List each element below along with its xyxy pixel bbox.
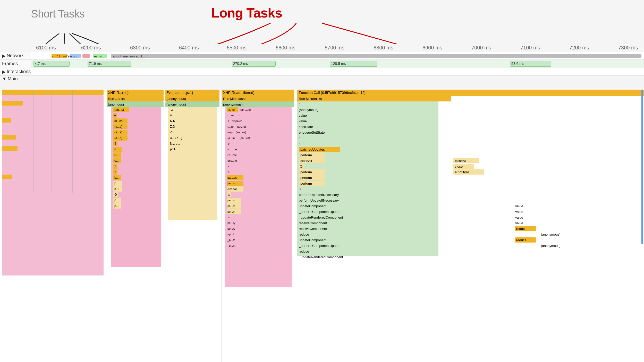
frame-2-label: 71.9 ms: [88, 61, 103, 66]
run-tasks-block[interactable]: Run ...asks: [107, 96, 164, 101]
block-top-left[interactable]: [2, 90, 104, 95]
timeline-container: 6100 ms 6200 ms 6300 ms 6400 ms 6500 ms …: [0, 44, 644, 82]
perform-3[interactable]: perform: [299, 175, 325, 180]
perform-1[interactable]: perform: [299, 152, 325, 158]
perform-2[interactable]: perform: [299, 169, 325, 175]
sep-2: [222, 90, 222, 362]
zd-block: Z.D: [170, 124, 180, 129]
left-yellow-1[interactable]: [2, 101, 23, 106]
b-block[interactable]: b...: [113, 175, 121, 180]
reduce-2: reduce: [299, 249, 309, 254]
network-track: cli_1FTm29... u un... es.jsc about_me.js…: [31, 52, 644, 59]
ms-az-block[interactable]: (a...s): [227, 107, 238, 112]
s-block-1[interactable]: s: [113, 169, 117, 175]
an-us-3: (an...us): [236, 130, 252, 135]
reduce-right-1[interactable]: reduce: [515, 226, 536, 231]
r-2: r: [299, 135, 300, 141]
an-us-4: (an...us): [240, 135, 256, 141]
value-1: value: [299, 113, 307, 118]
batchedupdates[interactable]: batchedUpdates: [299, 147, 340, 152]
s-block-2: s: [227, 169, 231, 175]
pem-1[interactable]: pe...m: [227, 198, 241, 203]
anon-block-1[interactable]: (anonymous): [165, 96, 219, 101]
close-block[interactable]: close: [453, 164, 474, 169]
e-block[interactable]: e...: [113, 158, 121, 163]
reduce-right-2[interactable]: reduce: [515, 237, 536, 243]
as-block-1[interactable]: (a...s): [113, 124, 128, 129]
perm-block[interactable]: pe...rm: [227, 181, 243, 186]
u-block[interactable]: u...: [113, 147, 122, 152]
sep-1: [165, 90, 165, 362]
z-block: z: [170, 107, 174, 112]
blue-right-bar: [641, 90, 643, 244]
dispatch-block: dispatch: [232, 118, 250, 124]
as-block-2[interactable]: (a...s): [113, 130, 128, 135]
closeall-2[interactable]: closeAll: [299, 158, 325, 163]
left-yellow-2[interactable]: [2, 118, 11, 123]
np-block: N... p...: [170, 141, 188, 146]
evaluate-block[interactable]: Evaluate...s.js:1): [165, 90, 219, 96]
r-block-2[interactable]: r: [113, 164, 117, 169]
value-4: value: [515, 209, 536, 214]
closeall-3[interactable]: closeAll: [453, 158, 479, 163]
p-block-2[interactable]: p...: [113, 198, 121, 203]
anon-block-3[interactable]: (anonymous): [222, 101, 294, 107]
frames-label: Frames: [0, 61, 31, 66]
net-label-3: es.jsc: [94, 54, 103, 58]
tick-6200: 6200 ms: [81, 45, 101, 51]
net-label-4: about_me.json api.t...: [113, 54, 145, 58]
long-tasks-label: Long Tasks: [211, 5, 282, 21]
left-yellow-3[interactable]: [2, 135, 16, 140]
updrendcomp-1: _updateRenderedComponent: [299, 215, 343, 220]
interactions-track: [31, 68, 644, 75]
col-indicator-3: [72, 90, 73, 193]
xhr-read-block[interactable]: XHR Read...iltered): [222, 90, 294, 96]
r-block-1[interactable]: r...: [113, 152, 121, 158]
pem-3[interactable]: pe...m: [227, 209, 241, 214]
network-triangle[interactable]: ▶: [2, 53, 6, 59]
xhr-rtrue-block[interactable]: XHR R...rue): [107, 90, 164, 96]
value-3: value: [515, 203, 536, 209]
uhge-block: u.h...ge: [227, 147, 247, 152]
rsate-block: r.s...ate: [227, 152, 247, 158]
pch-block: pc H...: [170, 147, 185, 152]
tick-6100: 6100 ms: [36, 45, 56, 51]
bates-block[interactable]: bat...es: [227, 175, 243, 180]
as-block-3[interactable]: (a...s): [113, 135, 128, 141]
run-microtasks-1[interactable]: Run Microtasks: [222, 96, 294, 101]
an-s-block[interactable]: (an...s): [113, 107, 129, 112]
cl-block[interactable]: c...l: [113, 186, 122, 192]
o-block-1[interactable]: O: [113, 192, 118, 197]
l-block[interactable]: l: [113, 141, 117, 146]
frame-3: 270.2 ms: [232, 61, 276, 67]
left-yellow-5[interactable]: [2, 175, 12, 179]
p-block-1[interactable]: p...: [113, 181, 122, 186]
main-triangle[interactable]: ▼: [2, 76, 7, 82]
l-block-2: l: [232, 141, 236, 146]
dash-block[interactable]: –: [113, 113, 117, 118]
perform-4[interactable]: perform: [299, 181, 325, 186]
left-yellow-4[interactable]: [2, 146, 18, 151]
main-label: ▼ Main: [2, 76, 18, 82]
o-3[interactable]: O: [299, 164, 303, 169]
rc-block: rc: [170, 113, 178, 118]
updrendcomp-2: _updateRenderedComponent: [299, 254, 343, 260]
frame-3-label: 270.2 ms: [232, 61, 249, 66]
frame-5: 53.6 ms: [510, 61, 551, 67]
pem-2[interactable]: pe...m: [227, 203, 241, 209]
run-microtasks-2[interactable]: Run Microtasks: [297, 96, 451, 101]
dich-block[interactable]: di...ch: [113, 118, 128, 124]
frame-2: 71.9 ms: [88, 61, 131, 67]
anon-block-2[interactable]: (anonymous): [165, 101, 219, 107]
interactions-triangle[interactable]: ▶: [2, 69, 6, 75]
map-block: map: [227, 130, 234, 135]
o-block-2[interactable]: O: [227, 192, 231, 197]
function-call-block[interactable]: Function Call (0.5f7c99157096ec64.js:12): [297, 90, 644, 96]
zv-block: Z.v: [170, 130, 179, 135]
p-block-3[interactable]: p...: [113, 203, 121, 209]
ano-ous-block[interactable]: (ano...ous): [107, 101, 164, 107]
enotifyall[interactable]: e.notifyAll: [453, 169, 484, 175]
tick-7000: 7000 ms: [471, 45, 491, 51]
updatecomp-2: updateComponent: [299, 237, 326, 243]
closeall-1[interactable]: closeAll: [227, 186, 243, 192]
